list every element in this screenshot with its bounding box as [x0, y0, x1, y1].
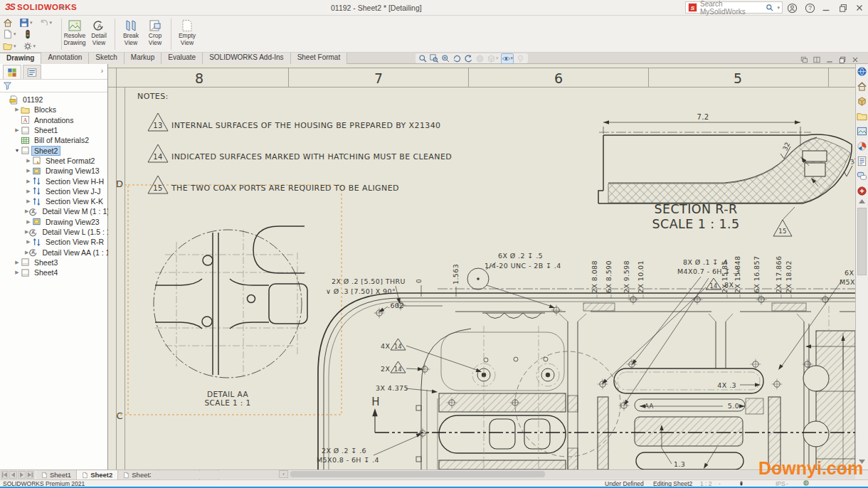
bulb-view-tool[interactable]: [516, 54, 525, 63]
tab-drawing[interactable]: Drawing: [0, 53, 41, 64]
tree-expand-icon[interactable]: ▶: [25, 239, 32, 245]
tree-item-annotations[interactable]: Annotations: [0, 115, 107, 125]
tree-item-detail-view-m-1-1[interactable]: ▶Detail View M (1 : 1): [0, 206, 107, 216]
tree-expand-icon[interactable]: ▶: [14, 127, 21, 133]
tree-item-drawing-view13[interactable]: ▶Drawing View13: [0, 166, 107, 176]
tree-item-sheet3[interactable]: ▶Sheet3: [0, 258, 107, 267]
tree-item-detail-view-aa-1-1[interactable]: ▶Detail View AA (1 : 1): [0, 247, 107, 257]
sheet-nav-buttons[interactable]: [1, 471, 34, 479]
next-sheet-button[interactable]: [18, 471, 26, 479]
tree-item-bill-of-materials2[interactable]: Bill of Materials2: [0, 135, 107, 145]
empty-view-button[interactable]: EmptyView: [175, 16, 199, 46]
search-caret-icon[interactable]: ▾: [777, 5, 780, 11]
command-tab-row: DrawingAnnotationSketchMarkupEvaluateSOL…: [0, 53, 868, 64]
section-icon: [32, 197, 41, 206]
undo-button[interactable]: ▾: [39, 18, 53, 28]
tree-item-section-view-r-r[interactable]: ▶Section View R-R: [0, 237, 107, 247]
display-manager-tab[interactable]: [23, 65, 41, 79]
dim-label: 1.3: [674, 460, 685, 468]
tab-sketch[interactable]: Sketch: [89, 53, 125, 64]
tree-item-sheet1[interactable]: ▶Sheet1: [0, 125, 107, 135]
tree-expand-icon[interactable]: ▶: [25, 189, 32, 194]
search-icon[interactable]: [766, 4, 774, 12]
tree-expand-icon[interactable]: ▶: [25, 158, 32, 164]
settings-button[interactable]: ▾: [23, 41, 36, 51]
redraw-view-tool[interactable]: [464, 54, 473, 63]
resolve-drawing-button[interactable]: ResolveDrawing: [63, 16, 87, 46]
rebuild-button[interactable]: [23, 29, 33, 39]
tab-solidworks-add-ins[interactable]: SOLIDWORKS Add-Ins: [203, 53, 290, 64]
sheet-tab-sheet1[interactable]: Sheet1: [36, 470, 77, 479]
tree-expand-icon[interactable]: ▶: [25, 219, 32, 225]
open-folder-button[interactable]: ▾: [3, 41, 16, 51]
panel-expand-icon[interactable]: ›: [101, 67, 103, 75]
rotate-view-tool[interactable]: [452, 54, 462, 63]
task-pane-chat-button[interactable]: [856, 169, 868, 184]
tree-filter[interactable]: [0, 80, 107, 92]
eye-view-tool[interactable]: ▾: [501, 53, 514, 64]
tree-expand-icon[interactable]: ▶: [14, 260, 21, 265]
help-icon[interactable]: [803, 1, 816, 14]
tree-expand-icon[interactable]: ▶: [25, 198, 32, 204]
tree-item-sheet4[interactable]: ▶Sheet4: [0, 267, 107, 277]
sheet-tab-sheet2[interactable]: Sheet2: [77, 470, 118, 479]
task-pane-palette-button[interactable]: [856, 124, 868, 139]
task-pane-home-button[interactable]: [856, 79, 868, 94]
tree-item-section-view-k-k[interactable]: ▶Section View K-K: [0, 196, 107, 206]
tree-expand-icon[interactable]: ▶: [25, 179, 32, 184]
search-input[interactable]: Search MySolidWorks ▾: [685, 1, 783, 14]
home-button[interactable]: [3, 18, 13, 28]
logo-caret-icon[interactable]: ▸: [61, 3, 65, 11]
tree-expand-icon[interactable]: ▶: [25, 168, 32, 174]
tab-evaluate[interactable]: Evaluate: [162, 53, 203, 64]
save-button[interactable]: ▾: [19, 18, 33, 28]
magpm-view-tool[interactable]: [441, 54, 450, 63]
break-view-button[interactable]: BreakView: [119, 16, 143, 46]
tree-item-label: Blocks: [32, 105, 58, 114]
sphere-view-tool[interactable]: [475, 54, 485, 63]
tree-item-section-view-j-j[interactable]: ▶Section View J-J: [0, 186, 107, 196]
tree-item-01192[interactable]: 01192: [0, 95, 107, 105]
tab-annotation[interactable]: Annotation: [41, 53, 89, 64]
task-pane-cube3d-button[interactable]: [856, 94, 868, 109]
task-pane-ball-button[interactable]: [856, 139, 868, 154]
dim-label: 15: [778, 228, 787, 235]
tree-item-section-view-h-h[interactable]: ▶Section View H-H: [0, 176, 107, 186]
new-doc-button[interactable]: ▾: [3, 29, 16, 39]
last-sheet-button[interactable]: [26, 471, 34, 479]
tree-item-sheet2[interactable]: ▼Sheet2: [0, 145, 107, 155]
vertical-scrollbar-thumb[interactable]: [857, 208, 867, 275]
feature-tree-tab[interactable]: [3, 65, 21, 79]
collapse-up-icon[interactable]: [859, 199, 865, 203]
empty-view-icon: [180, 18, 194, 33]
tab-markup[interactable]: Markup: [125, 53, 162, 64]
scroll-left-button[interactable]: ‹: [279, 470, 288, 478]
section-icon: [32, 176, 41, 186]
tree-item-detail-view-l-1-5-1[interactable]: ▶Detail View L (1.5 : 1): [0, 227, 107, 237]
svg-text:INDICATED SURFACES MARKED WITH: INDICATED SURFACES MARKED WITH HATCHING …: [171, 152, 452, 161]
tree-expand-icon[interactable]: ▶: [14, 107, 21, 112]
minimize-button[interactable]: [820, 1, 832, 14]
tab-sheet-format[interactable]: Sheet Format: [291, 53, 348, 64]
task-pane-recovery-button[interactable]: [856, 184, 868, 198]
task-pane-folder-button[interactable]: [856, 109, 868, 124]
cube-view-tool[interactable]: ▾: [487, 54, 499, 63]
restore-button[interactable]: [837, 1, 850, 14]
task-pane-globe-button[interactable]: [856, 64, 868, 79]
detail-view-button[interactable]: DetailView: [87, 16, 111, 46]
tree-item-blocks[interactable]: ▶Blocks: [0, 105, 107, 115]
user-account-icon[interactable]: [785, 1, 798, 14]
tree-expand-icon[interactable]: ▶: [14, 270, 21, 275]
crop-view-button[interactable]: CropView: [143, 16, 167, 46]
mag-view-tool[interactable]: [418, 54, 428, 63]
horizontal-scrollbar-thumb[interactable]: [290, 471, 545, 477]
close-button[interactable]: [853, 1, 866, 14]
magbox-view-tool[interactable]: [430, 54, 439, 63]
prev-sheet-button[interactable]: [9, 471, 17, 479]
first-sheet-button[interactable]: [1, 471, 9, 479]
task-pane-props-button[interactable]: [856, 154, 868, 169]
tree-item-drawing-view23[interactable]: ▶Drawing View23: [0, 217, 107, 227]
tree-item-sheet-format2[interactable]: ▶Sheet Format2: [0, 156, 107, 166]
drawing-graphics-area[interactable]: 8765DC 13INTERNAL SURFACES OF THE HOUSIN…: [108, 64, 855, 470]
tree-expand-icon[interactable]: ▼: [14, 148, 21, 153]
